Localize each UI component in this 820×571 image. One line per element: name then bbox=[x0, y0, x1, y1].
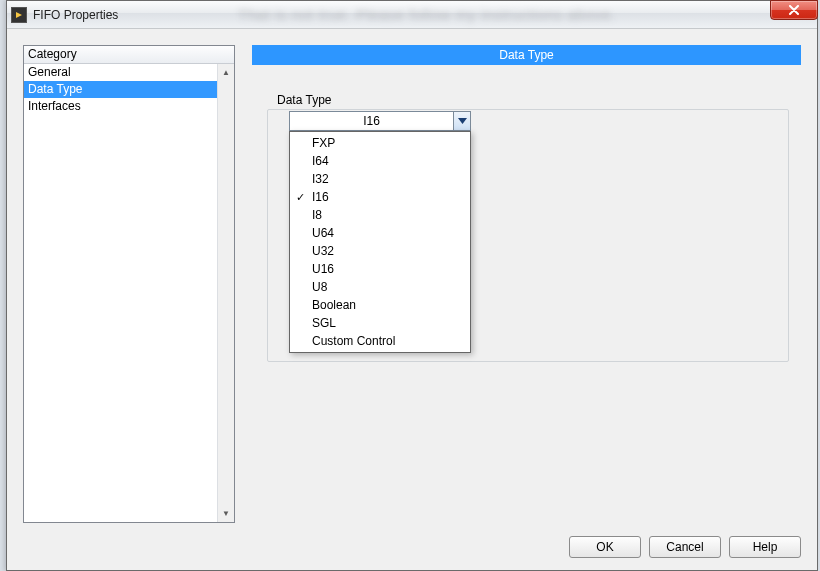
close-button[interactable] bbox=[770, 0, 818, 20]
option-boolean[interactable]: Boolean bbox=[290, 296, 470, 314]
data-type-selected: I16 bbox=[290, 114, 453, 128]
background-text: That is not true. Please follow my instr… bbox=[238, 6, 615, 23]
help-button[interactable]: Help bbox=[729, 536, 801, 558]
dialog-window: FIFO Properties That is not true. Please… bbox=[6, 0, 818, 571]
titlebar[interactable]: FIFO Properties That is not true. Please… bbox=[7, 1, 817, 29]
panel-title: Data Type bbox=[252, 45, 801, 65]
scrollbar[interactable]: ▲ ▼ bbox=[217, 64, 234, 522]
combo-dropdown-button[interactable] bbox=[453, 112, 470, 130]
app-icon bbox=[11, 7, 27, 23]
check-icon: ✓ bbox=[296, 189, 305, 205]
chevron-down-icon bbox=[458, 118, 467, 124]
option-custom-control[interactable]: Custom Control bbox=[290, 332, 470, 350]
category-list: Category General Data Type Interfaces ▲ … bbox=[23, 45, 235, 523]
option-u64[interactable]: U64 bbox=[290, 224, 470, 242]
ok-button[interactable]: OK bbox=[569, 536, 641, 558]
option-sgl[interactable]: SGL bbox=[290, 314, 470, 332]
option-u32[interactable]: U32 bbox=[290, 242, 470, 260]
category-header: Category bbox=[24, 46, 234, 64]
data-type-combo[interactable]: I16 bbox=[289, 111, 471, 131]
category-items: General Data Type Interfaces ▲ ▼ bbox=[24, 64, 234, 522]
data-type-label: Data Type bbox=[277, 93, 331, 107]
category-item-general[interactable]: General bbox=[24, 64, 234, 81]
option-i8[interactable]: I8 bbox=[290, 206, 470, 224]
scroll-down-icon[interactable]: ▼ bbox=[218, 505, 234, 522]
data-type-dropdown: FXP I64 I32 ✓I16 I8 U64 U32 U16 U8 Boole… bbox=[289, 131, 471, 353]
svg-marker-0 bbox=[16, 12, 22, 18]
option-i64[interactable]: I64 bbox=[290, 152, 470, 170]
button-bar: OK Cancel Help bbox=[569, 536, 801, 558]
scroll-up-icon[interactable]: ▲ bbox=[218, 64, 234, 81]
option-u8[interactable]: U8 bbox=[290, 278, 470, 296]
category-item-data-type[interactable]: Data Type bbox=[24, 81, 234, 98]
window-title: FIFO Properties bbox=[33, 8, 118, 22]
cancel-button[interactable]: Cancel bbox=[649, 536, 721, 558]
option-u16[interactable]: U16 bbox=[290, 260, 470, 278]
option-fxp[interactable]: FXP bbox=[290, 134, 470, 152]
category-item-interfaces[interactable]: Interfaces bbox=[24, 98, 234, 115]
svg-marker-1 bbox=[458, 118, 467, 124]
option-i16[interactable]: ✓I16 bbox=[290, 188, 470, 206]
close-icon bbox=[788, 5, 800, 15]
option-i32[interactable]: I32 bbox=[290, 170, 470, 188]
client-area: Category General Data Type Interfaces ▲ … bbox=[7, 29, 817, 570]
